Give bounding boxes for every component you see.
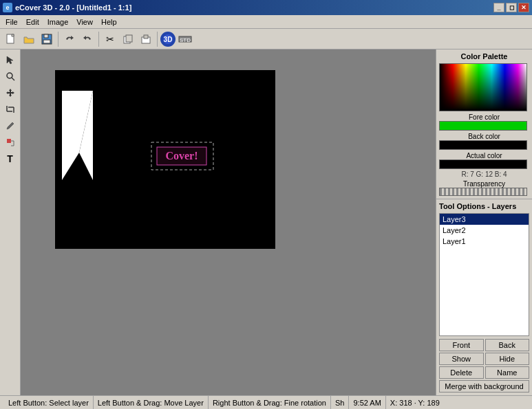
- save-button[interactable]: [39, 31, 55, 47]
- merge-button[interactable]: Merge with background: [439, 380, 529, 393]
- delete-button[interactable]: Delete: [439, 366, 484, 379]
- crop-tool[interactable]: [3, 102, 18, 117]
- actual-color-swatch[interactable]: [439, 159, 527, 169]
- svg-marker-12: [7, 56, 13, 64]
- title-bar: e eCover 3D - 2.0 - [Untitled1 - 1:1] _ …: [0, 0, 532, 15]
- status-time: 9:52 AM: [349, 396, 385, 409]
- paint-tool[interactable]: [3, 135, 18, 150]
- paste-button[interactable]: [138, 31, 154, 47]
- svg-text:Cover!: Cover!: [165, 150, 198, 162]
- menu-bar: File Edit Image View Help: [0, 15, 532, 29]
- status-bar: Left Button: Select layer Left Button & …: [0, 395, 532, 409]
- status-shortcut: Sh: [331, 396, 349, 409]
- rgb-values: R: 7 G: 12 B: 4: [439, 170, 529, 178]
- canvas-area[interactable]: Cover!: [21, 49, 436, 395]
- left-tool-panel: T: [0, 49, 21, 395]
- menu-item-image[interactable]: Image: [43, 16, 73, 27]
- undo-button[interactable]: [61, 31, 78, 47]
- back-button[interactable]: Back: [485, 339, 530, 351]
- effect1-button[interactable]: 3D: [160, 32, 175, 47]
- status-coords: X: 318 · Y: 189: [386, 396, 444, 409]
- layer-item-2[interactable]: Layer2: [440, 225, 529, 236]
- show-button[interactable]: Show: [439, 353, 484, 365]
- svg-rect-5: [126, 35, 132, 42]
- back-color-swatch[interactable]: [439, 140, 527, 150]
- effect2-button[interactable]: STD: [177, 31, 193, 47]
- pencil-tool[interactable]: [3, 118, 18, 133]
- back-color-label: Back color: [439, 133, 529, 140]
- canvas-inner: Cover!: [55, 70, 275, 249]
- close-button[interactable]: ✕: [518, 3, 529, 12]
- menu-item-edit[interactable]: Edit: [22, 16, 43, 27]
- cut-button[interactable]: ✂: [102, 31, 118, 47]
- svg-rect-7: [144, 35, 148, 38]
- layer-buttons: Front Back Show Hide Delete Name Merge w…: [439, 339, 529, 393]
- window-title: eCover 3D - 2.0 - [Untitled1 - 1:1]: [15, 3, 131, 12]
- minimize-button[interactable]: _: [493, 3, 504, 12]
- layers-title: Tool Options - Layers: [439, 202, 529, 210]
- new-button[interactable]: [3, 31, 19, 47]
- transparency-label: Transparency: [439, 180, 529, 188]
- toolbar-separator-2: [98, 32, 99, 47]
- fore-color-label: Fore color: [439, 113, 529, 121]
- svg-text:3D: 3D: [164, 36, 173, 43]
- layers-section: Tool Options - Layers Layer3 Layer2 Laye…: [436, 199, 532, 395]
- color-palette-section: Color Palette Fore color Back color Actu…: [436, 49, 532, 199]
- name-button[interactable]: Name: [485, 366, 530, 379]
- title-buttons: _ ◻ ✕: [493, 3, 529, 12]
- redo-button[interactable]: [79, 31, 96, 47]
- restore-button[interactable]: ◻: [506, 3, 517, 12]
- status-drag: Left Button & Drag: Move Layer: [94, 396, 209, 409]
- actual-color-label: Actual color: [439, 152, 529, 159]
- color-gradient[interactable]: [439, 63, 527, 111]
- right-panel: Color Palette Fore color Back color Actu…: [436, 49, 532, 395]
- toolbar: ✂ 3D STD: [0, 29, 532, 49]
- color-palette-title: Color Palette: [439, 52, 529, 60]
- color-gradient-overlay: [440, 64, 526, 111]
- svg-rect-3: [43, 40, 50, 43]
- svg-text:STD: STD: [180, 37, 191, 43]
- text-tool[interactable]: T: [3, 151, 18, 166]
- open-button[interactable]: [21, 31, 37, 47]
- menu-item-file[interactable]: File: [1, 16, 22, 27]
- layer-item-1[interactable]: Layer1: [440, 236, 529, 247]
- fore-color-swatch[interactable]: [439, 121, 527, 131]
- copy-button[interactable]: [120, 31, 136, 47]
- svg-line-14: [12, 78, 14, 80]
- svg-rect-2: [44, 34, 48, 38]
- toolbar-separator-1: [58, 32, 58, 47]
- main-area: T Cover! Color Palette: [0, 49, 532, 395]
- status-right: Right Button & Drag: Fine rotation: [209, 396, 331, 409]
- toolbar-separator-3: [157, 32, 158, 47]
- menu-item-view[interactable]: View: [72, 16, 97, 27]
- app-icon: e: [3, 3, 12, 12]
- pointer-tool[interactable]: [3, 52, 18, 67]
- svg-point-13: [7, 73, 12, 78]
- transparency-slider[interactable]: [439, 188, 527, 196]
- layers-list: Layer3 Layer2 Layer1: [439, 213, 529, 336]
- hide-button[interactable]: Hide: [485, 353, 530, 365]
- layer-item-3[interactable]: Layer3: [440, 214, 529, 225]
- canvas-svg: Cover!: [55, 70, 275, 249]
- zoom-tool[interactable]: [3, 69, 18, 84]
- move-tool[interactable]: [3, 85, 18, 100]
- menu-item-help[interactable]: Help: [97, 16, 121, 27]
- status-left-button: Left Button: Select layer: [4, 396, 94, 409]
- front-button[interactable]: Front: [439, 339, 484, 351]
